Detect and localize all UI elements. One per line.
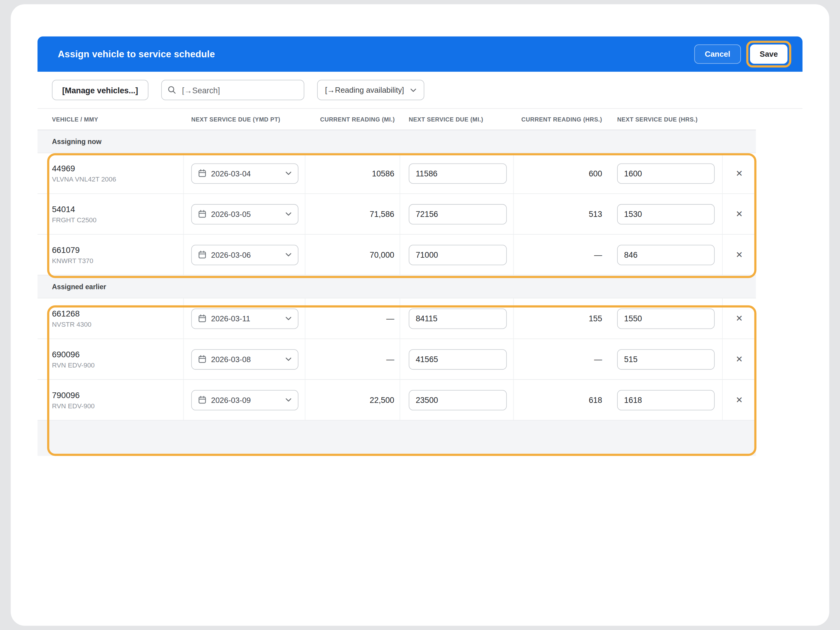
cancel-button[interactable]: Cancel xyxy=(694,44,741,63)
current-reading-hrs: 600 xyxy=(514,153,608,194)
due-mi-input[interactable] xyxy=(409,204,507,224)
due-hrs-input[interactable] xyxy=(617,390,715,410)
remove-cell: ✕ xyxy=(723,153,756,194)
table-row: 661268 NVSTR 4300 2026-03-11 — 155 ✕ xyxy=(38,298,756,339)
due-mi-input[interactable] xyxy=(409,390,507,410)
vehicle-number: 661079 xyxy=(52,245,79,255)
date-cell: 2026-03-06 xyxy=(184,235,305,275)
due-mi-input[interactable] xyxy=(409,245,507,265)
due-hrs-input[interactable] xyxy=(617,163,715,183)
table-row: 790096 RVN EDV-900 2026-03-09 22,500 618… xyxy=(38,380,756,421)
chevron-down-icon xyxy=(286,316,292,321)
date-dropdown[interactable]: 2026-03-09 xyxy=(191,390,298,410)
due-mi-cell xyxy=(400,194,514,234)
date-value: 2026-03-05 xyxy=(211,210,281,218)
col-header-vehicle: VEHICLE / MMY xyxy=(38,116,184,122)
vehicle-mmy: RVN EDV-900 xyxy=(52,361,95,369)
toolbar: [Manage vehicles...] [→Reading availabil… xyxy=(38,72,802,108)
vehicle-cell: 54014 FRGHT C2500 xyxy=(38,194,184,234)
search-input[interactable] xyxy=(161,80,304,100)
table-row: 44969 VLVNA VNL42T 2006 2026-03-04 10586… xyxy=(38,153,756,194)
current-reading-hrs: 618 xyxy=(514,380,608,420)
due-mi-input[interactable] xyxy=(409,349,507,369)
reading-availability-dropdown[interactable]: [→Reading availability] xyxy=(317,80,425,100)
remove-row-button[interactable]: ✕ xyxy=(733,207,746,221)
due-hrs-input[interactable] xyxy=(617,204,715,224)
due-hrs-cell xyxy=(608,235,723,275)
due-mi-input[interactable] xyxy=(409,308,507,329)
current-reading-hrs: 155 xyxy=(514,298,608,339)
vehicle-number: 44969 xyxy=(52,164,75,174)
current-reading-mi: — xyxy=(305,298,400,339)
date-cell: 2026-03-04 xyxy=(184,153,305,194)
current-reading-mi: 70,000 xyxy=(305,235,400,275)
due-mi-cell xyxy=(400,339,514,379)
remove-cell: ✕ xyxy=(723,380,756,420)
vehicle-cell: 661268 NVSTR 4300 xyxy=(38,298,184,339)
assign-vehicle-modal: Assign vehicle to service schedule Cance… xyxy=(38,36,802,592)
date-dropdown[interactable]: 2026-03-05 xyxy=(191,204,298,224)
date-dropdown[interactable]: 2026-03-06 xyxy=(191,245,298,265)
remove-cell: ✕ xyxy=(723,235,756,275)
vehicle-number: 690096 xyxy=(52,349,79,359)
remove-row-button[interactable]: ✕ xyxy=(733,247,746,262)
section-label: Assigned earlier xyxy=(52,283,106,291)
due-hrs-input[interactable] xyxy=(617,245,715,265)
remove-row-button[interactable]: ✕ xyxy=(733,392,746,407)
chevron-down-icon xyxy=(286,357,292,361)
due-mi-cell xyxy=(400,153,514,194)
due-mi-cell xyxy=(400,380,514,420)
table-row: 690096 RVN EDV-900 2026-03-08 — — ✕ xyxy=(38,339,756,380)
due-hrs-cell xyxy=(608,153,723,194)
current-reading-mi: 22,500 xyxy=(305,380,400,420)
current-reading-hrs: — xyxy=(514,235,608,275)
due-hrs-cell xyxy=(608,298,723,339)
vehicle-cell: 44969 VLVNA VNL42T 2006 xyxy=(38,153,184,194)
save-button[interactable]: Save xyxy=(750,44,788,63)
calendar-icon xyxy=(198,210,207,218)
vehicle-mmy: VLVNA VNL42T 2006 xyxy=(52,175,116,183)
remove-row-button[interactable]: ✕ xyxy=(733,166,746,181)
date-value: 2026-03-06 xyxy=(211,251,281,259)
chevron-down-icon xyxy=(286,212,292,216)
date-dropdown[interactable]: 2026-03-11 xyxy=(191,308,298,329)
due-hrs-cell xyxy=(608,339,723,379)
remove-cell: ✕ xyxy=(723,339,756,379)
table-body: Assigning now 44969 VLVNA VNL42T 2006 20… xyxy=(38,130,756,456)
chevron-down-icon xyxy=(286,398,292,402)
date-cell: 2026-03-09 xyxy=(184,380,305,420)
col-header-current-reading-hrs: CURRENT READING (HRS.) xyxy=(514,116,608,122)
save-annotation-ring: Save xyxy=(747,41,791,68)
due-hrs-cell xyxy=(608,194,723,234)
calendar-icon xyxy=(198,396,207,404)
col-header-next-service-date: NEXT SERVICE DUE (YMD PT) xyxy=(184,116,305,122)
vehicle-table: VEHICLE / MMY NEXT SERVICE DUE (YMD PT) … xyxy=(38,109,756,456)
vehicle-number: 661268 xyxy=(52,309,79,318)
current-reading-hrs: — xyxy=(514,339,608,379)
date-dropdown[interactable]: 2026-03-04 xyxy=(191,163,298,183)
calendar-icon xyxy=(198,355,207,363)
current-reading-mi: 10586 xyxy=(305,153,400,194)
date-dropdown[interactable]: 2026-03-08 xyxy=(191,349,298,369)
remove-cell: ✕ xyxy=(723,298,756,339)
due-hrs-input[interactable] xyxy=(617,349,715,369)
vehicle-number: 790096 xyxy=(52,390,79,400)
remove-cell: ✕ xyxy=(723,194,756,234)
vehicle-mmy: KNWRT T370 xyxy=(52,257,93,264)
due-hrs-input[interactable] xyxy=(617,308,715,329)
date-cell: 2026-03-11 xyxy=(184,298,305,339)
remove-row-button[interactable]: ✕ xyxy=(733,352,746,366)
table-row: 54014 FRGHT C2500 2026-03-05 71,586 513 … xyxy=(38,194,756,235)
table-footer-filler xyxy=(38,421,756,456)
remove-row-button[interactable]: ✕ xyxy=(733,311,746,326)
section-band: Assigning now xyxy=(38,130,756,153)
manage-vehicles-button[interactable]: [Manage vehicles...] xyxy=(52,80,148,100)
table-header-row: VEHICLE / MMY NEXT SERVICE DUE (YMD PT) … xyxy=(38,109,756,130)
due-mi-input[interactable] xyxy=(409,163,507,183)
date-cell: 2026-03-08 xyxy=(184,339,305,379)
col-header-next-service-mi: NEXT SERVICE DUE (MI.) xyxy=(400,116,514,122)
col-header-current-reading-mi: CURRENT READING (MI.) xyxy=(305,116,400,122)
chevron-down-icon xyxy=(286,253,292,257)
calendar-icon xyxy=(198,314,207,322)
date-cell: 2026-03-05 xyxy=(184,194,305,234)
